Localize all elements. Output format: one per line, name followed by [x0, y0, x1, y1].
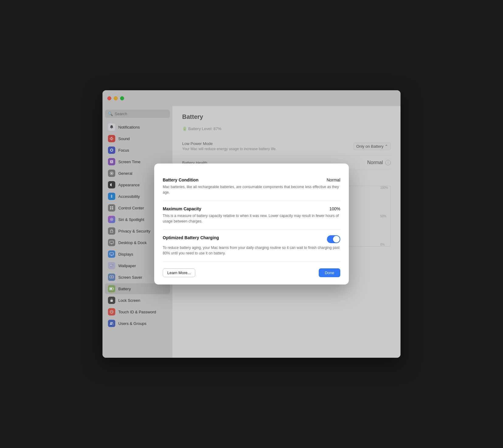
battery-condition-value: Normal	[327, 177, 340, 182]
done-button[interactable]: Done	[319, 268, 340, 277]
battery-condition-title: Battery Condition	[163, 177, 198, 182]
battery-condition-section: Battery Condition Normal Mac batteries, …	[163, 172, 340, 201]
battery-condition-desc: Mac batteries, like all rechargeable bat…	[163, 184, 340, 195]
modal-overlay: Battery Condition Normal Mac batteries, …	[102, 106, 401, 358]
maximum-capacity-title: Maximum Capacity	[163, 206, 201, 211]
maximum-capacity-desc: This is a measure of battery capacity re…	[163, 213, 340, 224]
optimized-charging-desc: To reduce battery aging, your Mac learns…	[163, 245, 340, 256]
maximum-capacity-section: Maximum Capacity 100% This is a measure …	[163, 201, 340, 230]
optimized-charging-toggle[interactable]	[327, 235, 340, 243]
battery-health-modal: Battery Condition Normal Mac batteries, …	[154, 164, 349, 284]
toggle-thumb	[333, 236, 340, 243]
learn-more-button[interactable]: Learn More...	[163, 268, 195, 277]
main-window: 🔍 Notifications Sound	[102, 90, 401, 358]
optimized-charging-section: Optimized Battery Charging To reduce bat…	[163, 230, 340, 262]
modal-footer: Learn More... Done	[163, 268, 340, 277]
maximum-capacity-value: 100%	[329, 206, 340, 211]
optimized-charging-title: Optimized Battery Charging	[163, 235, 219, 240]
window-body: 🔍 Notifications Sound	[102, 106, 401, 358]
